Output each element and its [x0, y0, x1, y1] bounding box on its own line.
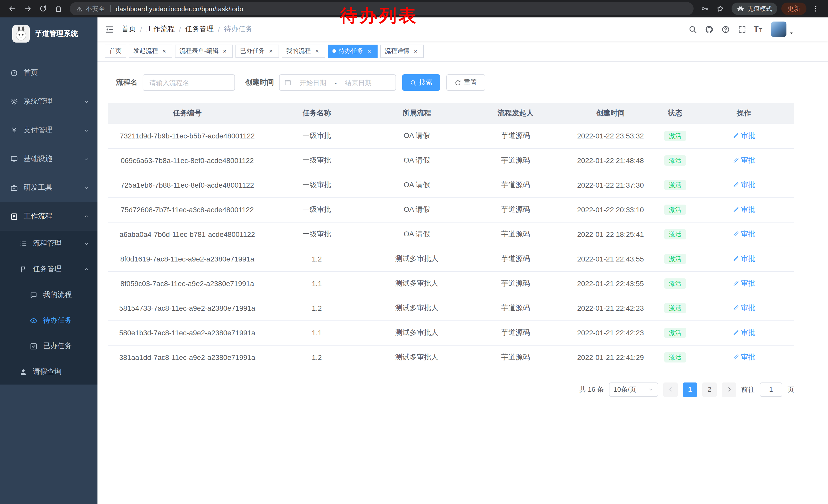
- update-button[interactable]: 更新: [781, 3, 806, 15]
- font-size-icon[interactable]: [752, 22, 765, 36]
- cell-created: 2022-01-21 22:41:29: [564, 345, 657, 370]
- approve-link[interactable]: 审批: [732, 279, 755, 288]
- approve-link[interactable]: 审批: [732, 131, 755, 140]
- cell-task-id: 75d72608-7b7f-11ec-a3c8-acde48001122: [108, 197, 267, 222]
- reload-icon[interactable]: [36, 2, 50, 16]
- back-icon[interactable]: [5, 2, 19, 16]
- close-tab-icon[interactable]: ×: [221, 47, 228, 55]
- table-row: 8f059c03-7ac8-11ec-a9e2-a2380e71991a 1.1…: [108, 271, 794, 296]
- page-button-2[interactable]: 2: [702, 382, 717, 397]
- forward-icon[interactable]: [20, 2, 35, 16]
- approve-link[interactable]: 审批: [732, 304, 755, 313]
- cell-initiator: 芋道源码: [467, 320, 564, 345]
- approve-link[interactable]: 审批: [732, 180, 755, 190]
- sidebar-item-workflow[interactable]: 工作流程: [0, 202, 97, 231]
- avatar-image: [771, 21, 786, 37]
- help-icon[interactable]: [719, 22, 732, 36]
- star-icon[interactable]: [713, 2, 728, 16]
- close-tab-icon[interactable]: ×: [267, 47, 275, 55]
- tab-my-process[interactable]: 我的流程 ×: [282, 44, 325, 58]
- cell-initiator: 芋道源码: [467, 148, 564, 173]
- breadcrumb-item: 工作流程 /: [146, 25, 185, 34]
- sidebar-item-todo-tasks[interactable]: 待办任务: [0, 308, 97, 333]
- cell-process: 测试多审批人: [367, 345, 467, 370]
- start-date-input[interactable]: [293, 79, 332, 86]
- table-row: 580e1b3d-7ac8-11ec-a9e2-a2380e71991a 1.1…: [108, 320, 794, 345]
- sidebar-item-leave-query[interactable]: 请假查询: [0, 359, 97, 384]
- date-range-picker[interactable]: -: [279, 74, 396, 91]
- sidebar-item-process-mgmt[interactable]: 流程管理: [0, 231, 97, 256]
- approve-link[interactable]: 审批: [732, 328, 755, 337]
- sidebar-item-devtools[interactable]: 研发工具: [0, 173, 97, 202]
- approve-link[interactable]: 审批: [732, 353, 755, 362]
- tab-done-tasks[interactable]: 已办任务 ×: [236, 44, 279, 58]
- chevron-down-icon: [648, 386, 654, 392]
- key-icon[interactable]: [698, 2, 712, 16]
- tab-form-edit[interactable]: 流程表单-编辑 ×: [175, 44, 233, 58]
- cell-initiator: 芋道源码: [467, 173, 564, 197]
- prev-page-button[interactable]: [663, 382, 678, 397]
- sidebar-item-task-mgmt[interactable]: 任务管理: [0, 256, 97, 282]
- monitor-icon: [10, 155, 18, 163]
- approve-link[interactable]: 审批: [732, 156, 755, 165]
- cell-initiator: 芋道源码: [467, 271, 564, 296]
- cell-created: 2022-01-21 22:42:23: [564, 320, 657, 345]
- yen-icon: [10, 126, 18, 134]
- tab-todo-tasks[interactable]: 待办任务 ×: [328, 44, 378, 58]
- app-logo[interactable]: 芋道管理系统: [0, 17, 97, 50]
- cell-created: 2022-01-21 22:43:55: [564, 246, 657, 271]
- search-icon[interactable]: [686, 22, 699, 36]
- sidebar-item-done-tasks[interactable]: 已办任务: [0, 333, 97, 359]
- cell-process: 测试多审批人: [367, 320, 467, 345]
- dashboard-icon: [10, 69, 18, 77]
- goto-page-input[interactable]: [760, 382, 782, 397]
- table-row: a6aba0a4-7b6d-11ec-b781-acde48001122 一级审…: [108, 222, 794, 246]
- close-tab-icon[interactable]: ×: [161, 47, 168, 55]
- tasks-icon: [19, 265, 27, 273]
- browser-menu-kebab-icon[interactable]: [809, 2, 823, 16]
- approve-link[interactable]: 审批: [732, 205, 755, 214]
- close-tab-icon[interactable]: ×: [412, 47, 419, 55]
- sidebar-item-payment[interactable]: 支付管理: [0, 116, 97, 145]
- cell-task-name: 一级审批: [267, 124, 367, 148]
- sidebar-toggle-icon[interactable]: [105, 25, 114, 34]
- sidebar: 芋道管理系统 首页 系统管理: [0, 17, 97, 504]
- sidebar-item-home[interactable]: 首页: [0, 58, 97, 87]
- column-header: 任务名称: [267, 103, 367, 124]
- user-avatar[interactable]: [771, 21, 794, 37]
- cell-process: OA 请假: [367, 197, 467, 222]
- sidebar-item-infrastructure[interactable]: 基础设施: [0, 145, 97, 173]
- reset-button[interactable]: 重置: [446, 74, 485, 91]
- cell-created: 2022-01-21 22:42:23: [564, 296, 657, 320]
- home-icon[interactable]: [51, 2, 66, 16]
- tab-process-detail[interactable]: 流程详情 ×: [380, 44, 424, 58]
- column-header: 状态: [657, 103, 694, 124]
- cell-task-id: 069c6a63-7b8a-11ec-8ef0-acde48001122: [108, 148, 267, 173]
- close-tab-icon[interactable]: ×: [366, 47, 373, 55]
- process-name-input[interactable]: [142, 74, 235, 91]
- cell-initiator: 芋道源码: [467, 197, 564, 222]
- status-badge: 激活: [664, 229, 686, 239]
- github-icon[interactable]: [702, 22, 716, 36]
- fullscreen-icon[interactable]: [735, 22, 748, 36]
- next-page-button[interactable]: [722, 382, 736, 397]
- cell-initiator: 芋道源码: [467, 124, 564, 148]
- table-row: 73211d9d-7b9b-11ec-b5b7-acde48001122 一级审…: [108, 124, 794, 148]
- page-size-select[interactable]: 10条/页: [609, 382, 658, 397]
- cell-created: 2022-01-22 18:25:41: [564, 222, 657, 246]
- cell-task-name: 一级审批: [267, 197, 367, 222]
- breadcrumb-item: 任务管理 /: [185, 25, 224, 34]
- sidebar-item-my-process[interactable]: 我的流程: [0, 282, 97, 308]
- edit-icon: [732, 207, 739, 213]
- sidebar-item-system[interactable]: 系统管理: [0, 87, 97, 116]
- tab-start-process[interactable]: 发起流程 ×: [129, 44, 172, 58]
- status-badge: 激活: [664, 352, 686, 363]
- close-tab-icon[interactable]: ×: [314, 47, 321, 55]
- cell-process: OA 请假: [367, 222, 467, 246]
- tab-home[interactable]: 首页: [105, 44, 126, 58]
- approve-link[interactable]: 审批: [732, 254, 755, 264]
- search-button[interactable]: 搜索: [402, 74, 440, 91]
- end-date-input[interactable]: [339, 79, 378, 86]
- approve-link[interactable]: 审批: [732, 230, 755, 239]
- page-button-1[interactable]: 1: [683, 382, 697, 397]
